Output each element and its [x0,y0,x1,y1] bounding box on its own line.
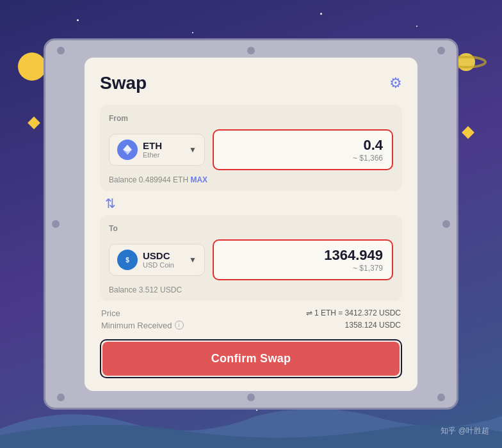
to-token-symbol: USDC [143,250,174,261]
from-amount-box[interactable]: 0.4 ~ $1,366 [213,129,393,170]
min-received-value: 1358.124 USDC [345,321,401,330]
from-chevron-icon: ▼ [189,145,197,154]
bolt [52,220,60,228]
from-label: From [109,114,393,123]
to-token-info: USDC USD Coin [143,250,174,269]
to-section: To $ USDC USD Coin ▼ 1364.949 ~ $1,379 [100,215,402,301]
from-token-name: Ether [143,151,162,159]
panel: Swap ⚙ From ETH Ether ▼ 0.4 [44,38,458,410]
to-amount-box[interactable]: 1364.949 ~ $1,379 [213,239,393,280]
swap-direction-icon[interactable]: ⇅ [105,196,116,211]
max-button[interactable]: MAX [190,175,207,184]
page-title: Swap [100,73,147,93]
confirm-button-wrapper: Confirm Swap [100,339,402,378]
from-section: From ETH Ether ▼ 0.4 ~ $1,366 [100,105,402,191]
watermark: 知乎 @叶胜超 [441,426,489,436]
min-received-label: Minimum Received i [101,321,184,330]
from-balance: Balance 0.489944 ETH MAX [109,175,393,184]
card-header: Swap ⚙ [100,73,402,93]
bolt [57,394,65,401]
to-chevron-icon: ▼ [189,255,197,264]
bolt [247,394,255,401]
star [416,26,417,27]
from-token-row: ETH Ether ▼ 0.4 ~ $1,366 [109,129,393,170]
from-token-selector[interactable]: ETH Ether ▼ [109,134,205,166]
bolt [247,47,255,54]
to-label: To [109,224,393,233]
to-token-name: USD Coin [143,261,174,269]
bolt [437,47,445,54]
from-token-info: ETH Ether [143,140,162,159]
confirm-swap-button[interactable]: Confirm Swap [102,342,400,376]
eth-icon [117,140,138,160]
swap-arrows: ⇅ [105,196,402,211]
to-balance: Balance 3.512 USDC [109,285,393,294]
svg-text:$: $ [125,257,129,264]
from-amount-usd: ~ $1,366 [223,154,383,163]
to-token-row: $ USDC USD Coin ▼ 1364.949 ~ $1,379 [109,239,393,280]
star [320,13,322,15]
bolt [57,47,65,54]
bolt [437,394,445,401]
bolt [442,220,450,228]
min-received-row: Minimum Received i 1358.124 USDC [100,321,402,330]
price-row: Price ⇌ 1 ETH = 3412.372 USDC [100,308,402,318]
info-icon[interactable]: i [175,321,184,330]
from-amount-value: 0.4 [223,137,383,154]
yellow-circle [18,52,46,81]
to-token-selector[interactable]: $ USDC USD Coin ▼ [109,244,205,276]
usdc-icon: $ [117,250,138,270]
swap-card: Swap ⚙ From ETH Ether ▼ 0.4 [85,58,417,391]
price-label: Price [101,308,120,318]
from-token-symbol: ETH [143,140,162,151]
star [192,32,193,33]
to-amount-usd: ~ $1,379 [223,264,383,273]
price-value: ⇌ 1 ETH = 3412.372 USDC [306,308,401,317]
to-amount-value: 1364.949 [223,247,383,264]
star [77,19,79,21]
settings-icon[interactable]: ⚙ [389,75,402,92]
